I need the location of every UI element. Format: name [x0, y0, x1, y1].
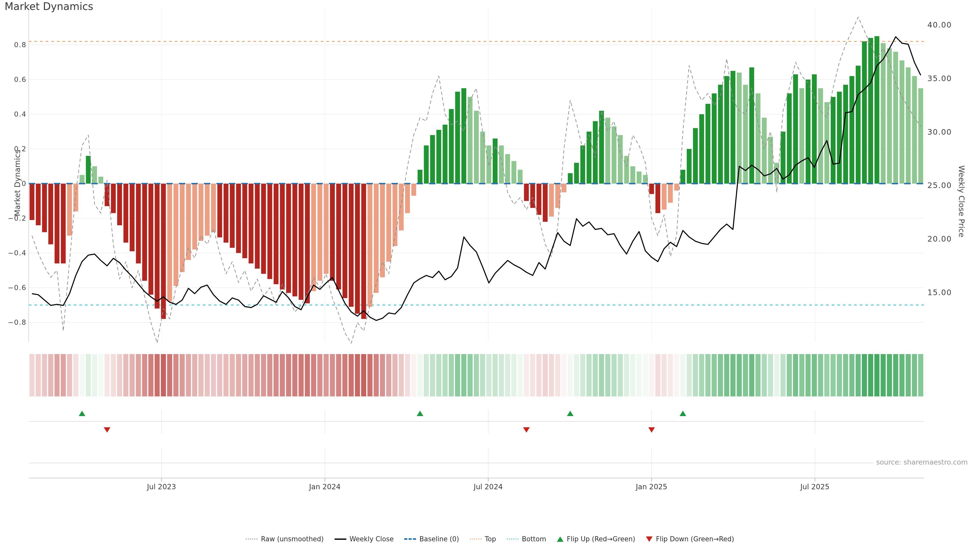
right-axis-tick-label: 30.00 — [928, 127, 952, 137]
left-axis-tick-label: −0.8 — [0, 318, 27, 327]
source-credit: source: sharemaestro.com — [873, 458, 969, 466]
legend-swatch-weekly-close-icon — [334, 538, 346, 540]
x-axis-tick-label: Jan 2025 — [636, 483, 667, 491]
legend-swatch-flip-down-icon — [646, 537, 652, 542]
legend-label: Raw (unsmoothed) — [261, 535, 324, 543]
legend-swatch-raw-unsmoothed-icon — [246, 538, 258, 540]
legend-item-flip-down: Flip Down (Green→Red) — [646, 535, 734, 543]
right-axis-tick-label: 35.00 — [928, 73, 952, 84]
right-axis-tick-label: 40.00 — [928, 20, 952, 30]
legend-item-bottom: Bottom — [507, 535, 546, 543]
left-axis-tick-label: −0.6 — [0, 283, 27, 292]
left-axis-tick-label: 0.4 — [0, 110, 27, 119]
left-axis-tick-label: 0.8 — [0, 40, 27, 50]
legend-item-top: Top — [470, 535, 496, 543]
legend-label: Flip Up (Red→Green) — [567, 535, 635, 543]
right-axis-tick-label: 25.00 — [928, 180, 952, 191]
x-axis-tick-label: Jul 2023 — [147, 483, 176, 491]
legend-item-flip-up: Flip Up (Red→Green) — [557, 535, 635, 543]
legend-label: Top — [485, 535, 496, 543]
x-axis-tick-label: Jan 2024 — [309, 483, 340, 491]
x-axis-tick-label: Jul 2024 — [474, 483, 503, 491]
x-axis-tick-label: Jul 2025 — [800, 483, 829, 491]
left-axis-tick-label: 0.6 — [0, 75, 27, 84]
legend-label: Weekly Close — [350, 535, 394, 543]
legend-item-baseline-0: Baseline (0) — [404, 535, 459, 543]
left-axis-tick-label: 0 — [0, 179, 27, 189]
legend-swatch-bottom-icon — [507, 538, 519, 540]
legend-swatch-top-icon — [470, 538, 482, 540]
left-axis-tick-label: −0.4 — [0, 248, 27, 258]
legend-swatch-flip-up-icon — [557, 537, 563, 542]
legend-label: Baseline (0) — [419, 535, 459, 543]
right-axis-tick-label: 20.00 — [928, 234, 952, 244]
legend: Raw (unsmoothed)Weekly CloseBaseline (0)… — [0, 535, 980, 543]
chart-canvas — [0, 0, 980, 551]
left-axis-tick-label: −0.2 — [0, 213, 27, 223]
left-axis-tick-label: 0.2 — [0, 144, 27, 154]
right-axis-title: Weekly Close Price — [957, 148, 966, 255]
market-dynamics-page: { "title": "Market Dynamics", "source": … — [0, 0, 980, 551]
legend-item-raw-unsmoothed: Raw (unsmoothed) — [246, 535, 324, 543]
page-title: Market Dynamics — [5, 0, 93, 12]
legend-label: Bottom — [522, 535, 546, 543]
right-axis-tick-label: 15.00 — [928, 287, 952, 298]
legend-swatch-baseline-0-icon — [404, 538, 416, 540]
legend-label: Flip Down (Green→Red) — [656, 535, 734, 543]
legend-item-weekly-close: Weekly Close — [334, 535, 394, 543]
